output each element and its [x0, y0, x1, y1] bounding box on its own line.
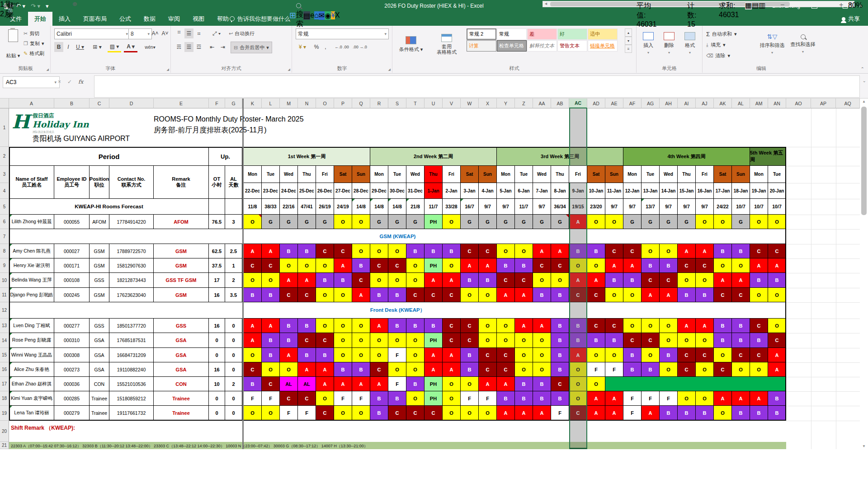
shift-cell[interactable]: A [750, 258, 768, 273]
shift-cell[interactable]: O [750, 362, 768, 377]
shift-cell[interactable]: A [352, 377, 370, 391]
shift-cell[interactable]: C [388, 258, 406, 273]
shift-cell[interactable]: O [605, 348, 623, 362]
zoom-out-icon[interactable]: − [780, 1, 784, 9]
shift-cell[interactable]: O [497, 319, 515, 333]
font-color-icon[interactable]: A ▾ [124, 42, 137, 52]
shift-cell[interactable]: G [316, 215, 334, 229]
shift-cell[interactable]: F [244, 391, 262, 406]
shift-cell[interactable]: A [605, 391, 623, 406]
shift-cell[interactable]: B [768, 391, 786, 406]
empty-cell[interactable] [209, 199, 225, 215]
copy-button[interactable]: ❐复制 ▾ [24, 38, 44, 48]
column-header[interactable]: A [9, 99, 54, 108]
row-header[interactable]: 1 [0, 108, 9, 147]
shift-cell[interactable]: O [334, 288, 352, 302]
shift-cell[interactable]: B [678, 288, 696, 302]
shift-cell[interactable]: G [262, 215, 280, 229]
shift-cell[interactable]: C [660, 273, 678, 288]
shift-cell[interactable]: C [642, 273, 660, 288]
shift-cell[interactable]: C [768, 333, 786, 348]
shift-cell[interactable]: B [696, 406, 714, 421]
contact-cell[interactable]: 17623623040 [109, 288, 154, 302]
shift-cell[interactable]: A [443, 273, 461, 288]
remark-cell[interactable]: Trainee [154, 391, 209, 406]
shift-cell[interactable]: F [461, 391, 479, 406]
shift-cell[interactable]: C [732, 348, 750, 362]
al-cell[interactable]: 2.5 [225, 244, 242, 258]
ot-cell[interactable]: 62.5 [209, 244, 225, 258]
contact-cell[interactable]: 19110882240 [109, 362, 154, 377]
shift-cell[interactable]: PH [425, 391, 443, 406]
shift-cell[interactable]: G [388, 215, 406, 229]
comma-style-icon[interactable]: , [322, 42, 329, 52]
shift-cell[interactable]: C [443, 288, 461, 302]
find-select-button[interactable]: 查找和选择▾ [788, 28, 817, 60]
shift-cell[interactable]: C [750, 244, 768, 258]
shift-cell[interactable]: O [316, 258, 334, 273]
shift-cell[interactable]: O [750, 215, 768, 229]
shift-cell[interactable]: B [370, 406, 388, 421]
shift-cell[interactable]: B [623, 362, 642, 377]
shift-cell[interactable]: B [551, 362, 569, 377]
forecast-cell[interactable]: 14/8 [370, 199, 388, 215]
shift-cell[interactable]: O [352, 348, 370, 362]
number-format-select[interactable]: 常规▾ [296, 28, 389, 39]
decrease-font-icon[interactable]: A˅ [160, 28, 170, 38]
shift-cell[interactable]: C [642, 333, 660, 348]
shift-cell[interactable]: A [298, 273, 316, 288]
shift-cell[interactable]: O [406, 362, 425, 377]
forecast-cell[interactable]: 38/33 [262, 199, 280, 215]
shift-cell[interactable]: C [479, 362, 497, 377]
shift-cell[interactable]: B [533, 288, 551, 302]
column-header[interactable]: Z [515, 99, 533, 108]
shift-cell[interactable]: O [370, 273, 388, 288]
shift-cell[interactable]: B [569, 333, 587, 348]
shift-cell[interactable]: F [623, 391, 642, 406]
shift-cell[interactable]: C [732, 288, 750, 302]
shift-cell[interactable]: B [750, 333, 768, 348]
shift-cell[interactable]: O [714, 258, 732, 273]
shift-cell[interactable]: B [551, 333, 569, 348]
shift-cell[interactable]: O [750, 288, 768, 302]
shift-cell[interactable]: B [497, 391, 515, 406]
increase-indent-icon[interactable]: ⇥ [218, 42, 228, 52]
forecast-cell[interactable]: 24/19 [334, 199, 352, 215]
shift-cell[interactable]: C [352, 273, 370, 288]
shift-cell[interactable]: B [425, 319, 443, 333]
shift-cell[interactable]: A [352, 288, 370, 302]
shift-cell[interactable]: F [280, 406, 298, 421]
shift-cell[interactable]: C [587, 319, 605, 333]
shift-cell[interactable]: A [461, 258, 479, 273]
shift-cell[interactable]: O [370, 333, 388, 348]
page-break-view-icon[interactable]: ▥ [759, 1, 765, 9]
shift-cell[interactable]: C [334, 244, 352, 258]
name-box[interactable]: AC3▾ [3, 76, 60, 88]
shift-cell[interactable]: B [533, 391, 551, 406]
employee-name-cell[interactable]: Rose Peng 彭晓露 [9, 333, 54, 348]
shift-cell[interactable]: B [262, 348, 280, 362]
shift-cell[interactable]: A [642, 406, 660, 421]
ot-cell[interactable]: 16 [209, 288, 225, 302]
scroll-up-icon[interactable]: ▲ [862, 99, 866, 103]
shift-cell[interactable]: B [479, 273, 497, 288]
column-header[interactable]: AL [732, 99, 750, 108]
accounting-format-icon[interactable]: ¥ ▾ [296, 42, 309, 52]
column-header[interactable]: S [388, 99, 406, 108]
shift-cell[interactable]: C [262, 258, 280, 273]
shift-cell[interactable]: C [244, 258, 262, 273]
forecast-cell[interactable]: 9/7 [696, 199, 714, 215]
shift-cell[interactable]: A [533, 319, 551, 333]
shift-cell[interactable]: O [660, 244, 678, 258]
insert-cells-button[interactable]: 插入▾ [638, 28, 658, 58]
shift-cell[interactable]: B [515, 258, 533, 273]
shift-cell[interactable]: AL [298, 377, 316, 391]
shift-cell[interactable]: O [316, 319, 334, 333]
shift-cell[interactable]: B [768, 406, 786, 421]
shift-cell[interactable]: A [587, 406, 605, 421]
shift-cell[interactable]: B [551, 348, 569, 362]
shift-cell[interactable]: B [533, 377, 551, 391]
shift-cell[interactable]: O [533, 362, 551, 377]
finance-icon[interactable]: ¥ [331, 11, 335, 20]
shift-cell[interactable]: A [714, 273, 732, 288]
